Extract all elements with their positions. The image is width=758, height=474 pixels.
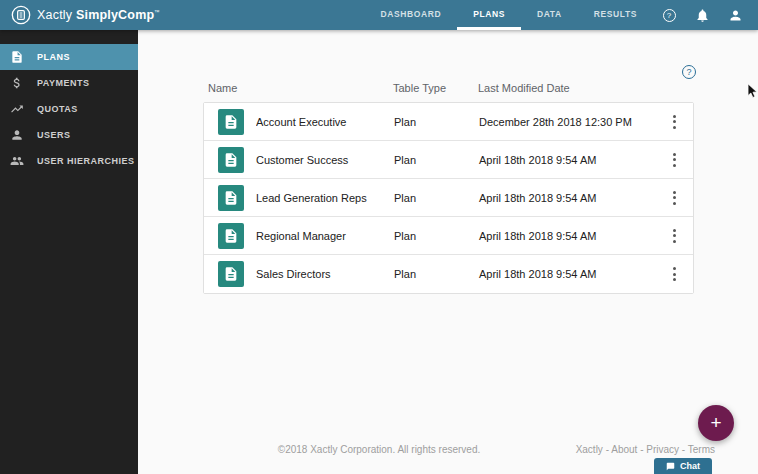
plan-table-type: Plan [391,116,476,128]
plan-file-icon [218,109,244,135]
user-icon [10,128,24,142]
sidebar-item-label: USERS [37,130,71,140]
plus-icon: + [710,412,721,434]
table-row[interactable]: Regional Manager Plan April 18th 2018 9:… [204,217,693,255]
sidebar-item-label: PAYMENTS [37,78,90,88]
kebab-menu-icon[interactable] [655,225,693,247]
plan-name: Customer Success [256,154,391,166]
table-row[interactable]: Account Executive Plan December 28th 201… [204,103,693,141]
plan-last-modified: April 18th 2018 9:54 AM [476,230,655,242]
plan-file-icon [218,223,244,249]
kebab-menu-icon[interactable] [655,187,693,209]
plan-file-icon [218,261,244,287]
bell-icon[interactable] [694,7,710,23]
plan-last-modified: April 18th 2018 9:54 AM [476,192,655,204]
plan-table-type: Plan [391,230,476,242]
content-help-icon[interactable]: ? [682,65,696,79]
sidebar: PLANS PAYMENTS QUOTAS USERS USER HIERARC… [0,30,138,474]
sidebar-item-quotas[interactable]: QUOTAS [0,96,138,122]
brand-text: Xactly SimplyComp™ [37,8,160,22]
help-glyph: ? [663,9,676,22]
table-row[interactable]: Lead Generation Reps Plan April 18th 201… [204,179,693,217]
account-icon[interactable] [727,7,743,23]
plan-last-modified: April 18th 2018 9:54 AM [476,268,655,280]
footer-link-separator: - [603,444,611,455]
column-header-last-modified: Last Modified Date [475,82,656,94]
topbar-tab-data[interactable]: DATA [521,0,578,30]
topbar-tab-label: PLANS [473,9,505,19]
table-header: Name Table Type Last Modified Date [203,82,694,102]
topbar-actions: ? [661,0,743,30]
brand-trademark: ™ [154,9,160,15]
sidebar-item-label: USER HIERARCHIES [37,156,135,166]
chat-label: Chat [680,461,700,471]
footer-link-separator: - [679,444,688,455]
plan-table-type: Plan [391,268,476,280]
column-header-name: Name [203,82,390,94]
brand[interactable]: Xactly SimplyComp™ [0,0,160,30]
plan-last-modified: December 28th 2018 12:30 PM [476,116,655,128]
plan-name: Lead Generation Reps [256,192,391,204]
chat-button[interactable]: Chat [654,458,712,474]
plan-name: Sales Directors [256,268,391,280]
footer-link-terms[interactable]: Terms [688,444,715,455]
plan-last-modified: April 18th 2018 9:54 AM [476,154,655,166]
sidebar-item-payments[interactable]: PAYMENTS [0,70,138,96]
plan-name: Account Executive [256,116,391,128]
user-group-icon [10,154,24,168]
brand-name-bold: SimplyComp [76,8,154,22]
sidebar-item-plans[interactable]: PLANS [0,44,138,70]
plans-table-body: Account Executive Plan December 28th 201… [203,102,694,294]
topbar-tab-label: DATA [537,9,562,19]
topbar-tabs: DASHBOARD PLANS DATA RESULTS [365,0,653,30]
topbar: Xactly SimplyComp™ DASHBOARD PLANS DATA … [0,0,758,30]
content-help-glyph: ? [686,67,691,77]
plan-name: Regional Manager [256,230,391,242]
plan-table-type: Plan [391,192,476,204]
document-icon [10,50,24,64]
trend-chart-icon [10,102,24,116]
plan-table-type: Plan [391,154,476,166]
app-window: Xactly SimplyComp™ DASHBOARD PLANS DATA … [0,0,758,474]
footer-link-xactly[interactable]: Xactly [576,444,603,455]
brand-name-regular: Xactly [37,8,72,22]
chat-bubble-icon [666,462,675,471]
plan-file-icon [218,185,244,211]
table-row[interactable]: Customer Success Plan April 18th 2018 9:… [204,141,693,179]
footer-links: Xactly - About - Privacy - Terms [576,444,715,455]
topbar-tab-results[interactable]: RESULTS [578,0,653,30]
kebab-menu-icon[interactable] [655,149,693,171]
sidebar-item-label: PLANS [37,52,70,62]
topbar-tab-label: RESULTS [594,9,637,19]
footer-link-privacy[interactable]: Privacy [646,444,679,455]
sidebar-item-user-hierarchies[interactable]: USER HIERARCHIES [0,148,138,174]
kebab-menu-icon[interactable] [655,111,693,133]
table-row[interactable]: Sales Directors Plan April 18th 2018 9:5… [204,255,693,293]
topbar-tab-plans[interactable]: PLANS [457,0,521,30]
plans-table: Name Table Type Last Modified Date Accou… [203,82,694,294]
main-content: ? Name Table Type Last Modified Date Acc… [138,30,758,474]
footer-copyright: ©2018 Xactly Corporation. All rights res… [278,444,480,455]
footer-link-separator: - [637,444,646,455]
topbar-tab-dashboard[interactable]: DASHBOARD [365,0,458,30]
sidebar-item-users[interactable]: USERS [0,122,138,148]
help-icon[interactable]: ? [661,7,677,23]
add-plan-fab-button[interactable]: + [698,405,734,441]
xactly-logo-icon [11,5,31,25]
dollar-icon [10,76,24,90]
plan-file-icon [218,147,244,173]
column-header-table-type: Table Type [390,82,475,94]
footer-link-about[interactable]: About [611,444,637,455]
sidebar-item-label: QUOTAS [37,104,78,114]
kebab-menu-icon[interactable] [655,263,693,285]
topbar-tab-label: DASHBOARD [381,9,442,19]
